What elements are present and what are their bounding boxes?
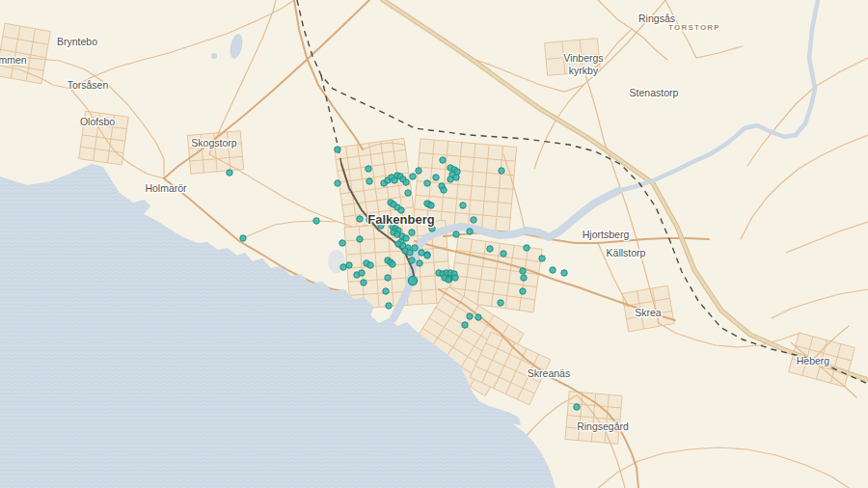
data-point-marker[interactable] [467, 313, 473, 319]
place-label: Stenastorp [630, 87, 679, 98]
data-point-marker[interactable] [453, 175, 459, 180]
data-point-marker[interactable] [313, 218, 319, 224]
data-point-marker[interactable] [410, 174, 416, 179]
data-point-marker[interactable] [524, 245, 529, 251]
data-point-marker[interactable] [498, 300, 503, 306]
data-point-marker[interactable] [416, 168, 421, 174]
data-point-marker[interactable] [409, 258, 415, 263]
place-label: Torsåsen [68, 79, 109, 91]
place-label: Skogstorp [191, 137, 236, 149]
data-point-marker[interactable] [367, 262, 373, 268]
data-point-marker[interactable] [550, 267, 556, 273]
data-point-marker[interactable] [361, 280, 366, 285]
place-label: Vinbergs [563, 52, 603, 64]
data-point-marker[interactable] [460, 203, 466, 208]
data-point-marker-large[interactable] [408, 276, 417, 285]
pond [211, 53, 217, 59]
data-point-marker[interactable] [390, 261, 395, 267]
data-point-marker[interactable] [424, 253, 430, 258]
data-point-marker[interactable] [366, 166, 371, 172]
data-point-marker[interactable] [433, 175, 439, 180]
place-label: Hjortsberg [583, 229, 630, 240]
place-label: Holmarör [145, 182, 187, 194]
data-point-marker[interactable] [383, 288, 389, 294]
place-label: Skreanäs [528, 367, 570, 379]
place-label: Skrea [635, 307, 662, 318]
data-point-marker[interactable] [385, 275, 391, 281]
data-point-marker[interactable] [428, 203, 434, 208]
data-point-marker[interactable] [366, 178, 372, 184]
urban-area [565, 392, 622, 445]
data-point-marker[interactable] [412, 245, 418, 251]
data-point-marker[interactable] [407, 250, 413, 256]
data-point-marker[interactable] [359, 270, 365, 276]
place-label: TORSTORP [668, 23, 720, 32]
place-label: Källstorp [607, 247, 646, 258]
data-point-marker[interactable] [386, 303, 392, 309]
data-point-marker[interactable] [462, 322, 468, 328]
place-label: Ringsegård [577, 420, 629, 432]
map-viewport[interactable]: Map of Falkenberg and surroundings with … [0, 0, 868, 488]
data-point-marker[interactable] [448, 176, 453, 182]
map-canvas[interactable]: Map of Falkenberg and surroundings with … [0, 0, 868, 488]
data-point-marker[interactable] [409, 230, 415, 235]
data-point-marker[interactable] [417, 260, 422, 266]
data-point-marker[interactable] [440, 157, 446, 163]
place-label: Falkenberg [367, 212, 434, 227]
data-point-marker[interactable] [487, 246, 493, 252]
data-point-marker[interactable] [452, 275, 458, 281]
data-point-marker[interactable] [240, 235, 246, 241]
data-point-marker[interactable] [467, 229, 473, 234]
data-point-marker[interactable] [227, 170, 232, 176]
place-label: Heberg [797, 355, 830, 366]
data-point-marker[interactable] [357, 216, 363, 222]
data-point-marker[interactable] [339, 240, 345, 246]
data-point-marker[interactable] [357, 236, 363, 242]
data-point-marker[interactable] [475, 314, 481, 320]
data-point-marker[interactable] [340, 264, 346, 270]
data-point-marker[interactable] [520, 288, 526, 294]
data-point-marker[interactable] [424, 180, 430, 186]
data-point-marker[interactable] [471, 217, 476, 223]
data-point-marker[interactable] [520, 268, 526, 274]
place-label: Bryntebo [57, 36, 97, 47]
data-point-marker[interactable] [403, 179, 409, 185]
place-label: mmen [0, 54, 27, 66]
data-point-marker[interactable] [346, 262, 352, 268]
data-point-marker[interactable] [405, 190, 411, 196]
data-point-marker[interactable] [453, 231, 459, 237]
data-point-marker[interactable] [539, 256, 545, 261]
data-point-marker[interactable] [335, 147, 340, 152]
data-point-marker[interactable] [446, 277, 451, 283]
data-point-marker[interactable] [441, 187, 447, 193]
data-point-marker[interactable] [574, 404, 580, 410]
place-label: Olofsbo [80, 116, 115, 127]
data-point-marker[interactable] [501, 251, 506, 257]
data-point-marker[interactable] [419, 250, 424, 256]
data-point-marker[interactable] [561, 270, 567, 276]
data-point-marker[interactable] [335, 180, 340, 186]
data-point-marker[interactable] [521, 275, 527, 281]
place-label: kyrkby [569, 65, 599, 76]
data-point-marker[interactable] [499, 168, 504, 174]
